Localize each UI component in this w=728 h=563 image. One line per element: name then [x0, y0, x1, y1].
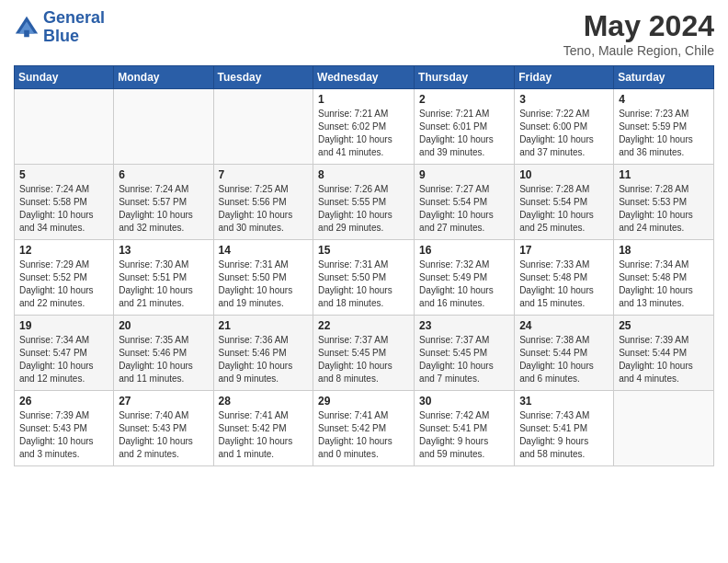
- calendar-cell: 24Sunrise: 7:38 AM Sunset: 5:44 PM Dayli…: [515, 316, 614, 391]
- calendar-cell: 27Sunrise: 7:40 AM Sunset: 5:43 PM Dayli…: [114, 391, 213, 466]
- day-info: Sunrise: 7:40 AM Sunset: 5:43 PM Dayligh…: [119, 409, 208, 461]
- calendar-cell: 21Sunrise: 7:36 AM Sunset: 5:46 PM Dayli…: [213, 316, 313, 391]
- calendar-cell: [614, 391, 714, 466]
- day-info: Sunrise: 7:39 AM Sunset: 5:44 PM Dayligh…: [619, 334, 709, 385]
- calendar-body: 1Sunrise: 7:21 AM Sunset: 6:02 PM Daylig…: [15, 89, 714, 466]
- calendar-cell: 17Sunrise: 7:33 AM Sunset: 5:48 PM Dayli…: [515, 240, 614, 316]
- day-number: 24: [519, 319, 609, 332]
- calendar-cell: 20Sunrise: 7:35 AM Sunset: 5:46 PM Dayli…: [114, 316, 213, 391]
- calendar-cell: 12Sunrise: 7:29 AM Sunset: 5:52 PM Dayli…: [15, 240, 114, 316]
- day-number: 1: [318, 93, 409, 106]
- calendar-cell: 30Sunrise: 7:42 AM Sunset: 5:41 PM Dayli…: [415, 391, 515, 466]
- calendar-cell: 14Sunrise: 7:31 AM Sunset: 5:50 PM Dayli…: [213, 240, 313, 316]
- day-info: Sunrise: 7:24 AM Sunset: 5:58 PM Dayligh…: [19, 183, 108, 235]
- day-info: Sunrise: 7:25 AM Sunset: 5:56 PM Dayligh…: [219, 183, 309, 235]
- calendar-cell: 8Sunrise: 7:26 AM Sunset: 5:55 PM Daylig…: [313, 165, 415, 240]
- month-title: May 2024: [563, 9, 714, 43]
- day-info: Sunrise: 7:28 AM Sunset: 5:53 PM Dayligh…: [619, 183, 709, 235]
- calendar-cell: 6Sunrise: 7:24 AM Sunset: 5:57 PM Daylig…: [114, 165, 213, 240]
- day-number: 17: [519, 244, 609, 257]
- location: Teno, Maule Region, Chile: [563, 43, 714, 58]
- day-info: Sunrise: 7:24 AM Sunset: 5:57 PM Dayligh…: [119, 183, 208, 235]
- day-info: Sunrise: 7:43 AM Sunset: 5:41 PM Dayligh…: [519, 409, 609, 461]
- header: General Blue May 2024 Teno, Maule Region…: [14, 9, 714, 58]
- calendar-cell: 22Sunrise: 7:37 AM Sunset: 5:45 PM Dayli…: [313, 316, 415, 391]
- logo-icon: [14, 15, 40, 40]
- day-info: Sunrise: 7:22 AM Sunset: 6:00 PM Dayligh…: [519, 108, 609, 159]
- calendar-cell: 4Sunrise: 7:23 AM Sunset: 5:59 PM Daylig…: [614, 89, 714, 165]
- day-info: Sunrise: 7:39 AM Sunset: 5:43 PM Dayligh…: [19, 409, 108, 461]
- day-info: Sunrise: 7:36 AM Sunset: 5:46 PM Dayligh…: [219, 334, 309, 385]
- calendar-cell: 25Sunrise: 7:39 AM Sunset: 5:44 PM Dayli…: [614, 316, 714, 391]
- day-info: Sunrise: 7:35 AM Sunset: 5:46 PM Dayligh…: [119, 334, 208, 385]
- header-row: SundayMondayTuesdayWednesdayThursdayFrid…: [15, 66, 714, 89]
- day-number: 25: [619, 319, 709, 332]
- day-number: 7: [219, 168, 309, 181]
- day-info: Sunrise: 7:42 AM Sunset: 5:41 PM Dayligh…: [419, 409, 509, 461]
- calendar-table: SundayMondayTuesdayWednesdayThursdayFrid…: [14, 65, 714, 466]
- day-info: Sunrise: 7:41 AM Sunset: 5:42 PM Dayligh…: [318, 409, 409, 461]
- header-cell-friday: Friday: [515, 66, 614, 89]
- calendar-cell: 10Sunrise: 7:28 AM Sunset: 5:54 PM Dayli…: [515, 165, 614, 240]
- day-number: 12: [19, 244, 108, 257]
- header-cell-thursday: Thursday: [415, 66, 515, 89]
- day-number: 13: [119, 244, 208, 257]
- day-info: Sunrise: 7:37 AM Sunset: 5:45 PM Dayligh…: [419, 334, 509, 385]
- logo-line2: Blue: [43, 28, 105, 46]
- calendar-cell: 16Sunrise: 7:32 AM Sunset: 5:49 PM Dayli…: [415, 240, 515, 316]
- header-cell-sunday: Sunday: [15, 66, 114, 89]
- day-number: 4: [619, 93, 709, 106]
- calendar-cell: 15Sunrise: 7:31 AM Sunset: 5:50 PM Dayli…: [313, 240, 415, 316]
- calendar-cell: 13Sunrise: 7:30 AM Sunset: 5:51 PM Dayli…: [114, 240, 213, 316]
- calendar-cell: 2Sunrise: 7:21 AM Sunset: 6:01 PM Daylig…: [415, 89, 515, 165]
- calendar-cell: 31Sunrise: 7:43 AM Sunset: 5:41 PM Dayli…: [515, 391, 614, 466]
- logo-line1: General: [43, 9, 105, 28]
- day-info: Sunrise: 7:26 AM Sunset: 5:55 PM Dayligh…: [318, 183, 409, 235]
- day-number: 28: [219, 395, 309, 408]
- day-info: Sunrise: 7:38 AM Sunset: 5:44 PM Dayligh…: [519, 334, 609, 385]
- day-number: 22: [318, 319, 409, 332]
- day-number: 2: [419, 93, 509, 106]
- logo-text: General Blue: [43, 9, 105, 46]
- day-number: 23: [419, 319, 509, 332]
- day-info: Sunrise: 7:27 AM Sunset: 5:54 PM Dayligh…: [419, 183, 509, 235]
- day-info: Sunrise: 7:31 AM Sunset: 5:50 PM Dayligh…: [219, 259, 309, 310]
- day-number: 9: [419, 168, 509, 181]
- day-number: 26: [19, 395, 108, 408]
- day-info: Sunrise: 7:33 AM Sunset: 5:48 PM Dayligh…: [519, 259, 609, 310]
- day-number: 10: [519, 168, 609, 181]
- calendar-cell: 18Sunrise: 7:34 AM Sunset: 5:48 PM Dayli…: [614, 240, 714, 316]
- day-number: 31: [519, 395, 609, 408]
- day-number: 29: [318, 395, 409, 408]
- calendar-cell: 26Sunrise: 7:39 AM Sunset: 5:43 PM Dayli…: [15, 391, 114, 466]
- day-number: 14: [219, 244, 309, 257]
- day-number: 20: [119, 319, 208, 332]
- day-number: 11: [619, 168, 709, 181]
- page: General Blue May 2024 Teno, Maule Region…: [0, 0, 728, 476]
- day-number: 3: [519, 93, 609, 106]
- calendar-cell: 28Sunrise: 7:41 AM Sunset: 5:42 PM Dayli…: [213, 391, 313, 466]
- day-number: 27: [119, 395, 208, 408]
- title-block: May 2024 Teno, Maule Region, Chile: [563, 9, 714, 58]
- day-number: 19: [19, 319, 108, 332]
- calendar-cell: [15, 89, 114, 165]
- day-number: 6: [119, 168, 208, 181]
- calendar-cell: [213, 89, 313, 165]
- day-number: 18: [619, 244, 709, 257]
- day-number: 5: [19, 168, 108, 181]
- calendar-header: SundayMondayTuesdayWednesdayThursdayFrid…: [15, 66, 714, 89]
- header-cell-wednesday: Wednesday: [313, 66, 415, 89]
- calendar-cell: 29Sunrise: 7:41 AM Sunset: 5:42 PM Dayli…: [313, 391, 415, 466]
- calendar-cell: 11Sunrise: 7:28 AM Sunset: 5:53 PM Dayli…: [614, 165, 714, 240]
- calendar-cell: [114, 89, 213, 165]
- day-info: Sunrise: 7:23 AM Sunset: 5:59 PM Dayligh…: [619, 108, 709, 159]
- day-info: Sunrise: 7:21 AM Sunset: 6:02 PM Dayligh…: [318, 108, 409, 159]
- week-row-1: 1Sunrise: 7:21 AM Sunset: 6:02 PM Daylig…: [15, 89, 714, 165]
- day-info: Sunrise: 7:34 AM Sunset: 5:48 PM Dayligh…: [619, 259, 709, 310]
- svg-rect-2: [24, 30, 29, 37]
- header-cell-tuesday: Tuesday: [213, 66, 313, 89]
- header-cell-saturday: Saturday: [614, 66, 714, 89]
- calendar-cell: 5Sunrise: 7:24 AM Sunset: 5:58 PM Daylig…: [15, 165, 114, 240]
- week-row-5: 26Sunrise: 7:39 AM Sunset: 5:43 PM Dayli…: [15, 391, 714, 466]
- day-number: 30: [419, 395, 509, 408]
